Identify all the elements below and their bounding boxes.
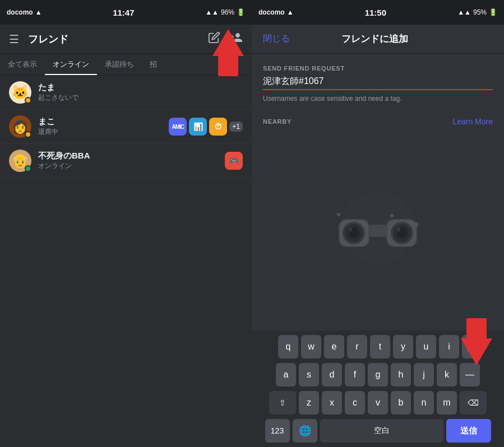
key-y[interactable]: y (393, 335, 413, 358)
friend-info-bba: 不死身のBBA オンライン (38, 151, 218, 171)
battery-level-right: 95% (473, 8, 487, 16)
avatar-wrap-bba: 👴 (9, 150, 31, 172)
plus-badge-mako: +1 (229, 122, 243, 132)
key-h[interactable]: h (391, 363, 411, 387)
key-send[interactable]: 送信 (446, 419, 491, 443)
friend-name-tama: たま (38, 82, 243, 93)
key-x[interactable]: x (322, 391, 342, 415)
key-m[interactable]: m (437, 391, 457, 415)
key-dash[interactable]: — (460, 363, 480, 387)
avatar-wrap-mako: 👩 (9, 115, 31, 138)
illustration-area (252, 131, 504, 331)
friend-item-tama[interactable]: 🐱 たま 起こさないで (0, 76, 252, 110)
time-left: 11:47 (113, 8, 134, 17)
battery-bar-right: 🔋 (489, 8, 497, 16)
friend-status-tama: 起こさないで (38, 93, 243, 103)
key-n[interactable]: n (414, 391, 434, 415)
hint-text: Usernames are case sensitive and need a … (263, 95, 493, 103)
key-u[interactable]: u (416, 335, 436, 358)
game-icon-timer: ⏱ (209, 118, 227, 136)
nearby-label: NEARBY (263, 118, 292, 125)
key-delete[interactable]: ⌫ (460, 391, 487, 415)
red-arrow-up (212, 29, 244, 76)
right-panel: docomo ▲ 11:50 ▲▲ 95% 🔋 閉じる フレンドに追加 SEND… (252, 0, 504, 447)
key-b[interactable]: b (391, 391, 411, 415)
key-c[interactable]: c (345, 391, 365, 415)
key-q[interactable]: q (278, 335, 298, 358)
game-icon-bba: 🎮 (225, 152, 243, 170)
tab-pending[interactable]: 承認待ち (97, 54, 142, 75)
battery-signal-left: ▲▲ (205, 8, 219, 16)
header-right: 閉じる フレンドに追加 (252, 25, 504, 54)
key-a[interactable]: a (276, 363, 296, 387)
carrier-left: docomo ▲ (7, 8, 42, 16)
key-shift[interactable]: ⇧ (269, 391, 296, 415)
friend-item-mako[interactable]: 👩 まこ 退席中 AMIC 📊 ⏱ +1 (0, 110, 252, 144)
keyboard-row-3: ⇧ z x c v b n m ⌫ (254, 391, 502, 415)
svg-point-14 (390, 214, 394, 217)
hamburger-icon[interactable]: ☰ (9, 32, 19, 46)
svg-point-9 (349, 228, 352, 231)
key-d[interactable]: d (322, 363, 342, 387)
left-panel: docomo ▲ 11:47 ▲▲ 96% 🔋 ☰ フレンド (0, 0, 252, 447)
carrier-right: docomo ▲ (258, 8, 294, 16)
key-t[interactable]: t (370, 335, 390, 358)
time-right: 11:50 (365, 8, 386, 17)
svg-point-13 (397, 228, 400, 231)
status-dot-tama (25, 97, 31, 104)
status-dot-bba (25, 165, 31, 172)
status-bar-left: docomo ▲ 11:47 ▲▲ 96% 🔋 (0, 0, 252, 25)
keyboard-area: q w e r t y u i p a s d f g h j k — ⇧ z … (252, 330, 504, 447)
carrier-name-left: docomo (7, 8, 33, 16)
send-friend-section: SEND FRIEND REQUEST Usernames are case s… (252, 54, 504, 108)
tab-online[interactable]: オンライン (45, 54, 97, 75)
keyboard-row-bottom: 123 🌐 空白 送信 (254, 419, 502, 443)
svg-point-16 (337, 213, 340, 216)
friend-games-mako: AMIC 📊 ⏱ +1 (169, 118, 243, 136)
avatar-wrap-tama: 🐱 (9, 81, 31, 104)
learn-more-button[interactable]: Learn More (452, 117, 493, 126)
game-icon-amic: AMIC (169, 118, 187, 136)
battery-signal-right: ▲▲ (457, 8, 471, 16)
battery-right: ▲▲ 95% 🔋 (457, 8, 497, 16)
status-dot-mako (25, 131, 31, 138)
add-friend-title: フレンドに追加 (341, 32, 408, 45)
username-input[interactable] (263, 77, 493, 87)
svg-rect-5 (368, 225, 387, 237)
friend-status-bba: オンライン (38, 161, 218, 171)
key-k[interactable]: k (437, 363, 457, 387)
battery-left: ▲▲ 96% 🔋 (205, 8, 245, 16)
friend-name-bba: 不死身のBBA (38, 151, 218, 161)
battery-bar-left: 🔋 (237, 8, 245, 16)
tab-invite[interactable]: 招 (142, 54, 165, 75)
key-v[interactable]: v (368, 391, 388, 415)
key-s[interactable]: s (299, 363, 319, 387)
binoculars-illustration (327, 191, 428, 269)
key-f[interactable]: f (345, 363, 365, 387)
friend-item-bba[interactable]: 👴 不死身のBBA オンライン 🎮 (0, 144, 252, 178)
key-j[interactable]: j (414, 363, 434, 387)
key-z[interactable]: z (299, 391, 319, 415)
username-input-wrap[interactable] (263, 76, 493, 90)
keyboard-row-2: a s d f g h j k — (254, 363, 502, 387)
key-w[interactable]: w (301, 335, 321, 358)
key-g[interactable]: g (368, 363, 388, 387)
key-r[interactable]: r (347, 335, 367, 358)
key-i[interactable]: i (439, 335, 459, 358)
game-icon-chart: 📊 (189, 118, 207, 136)
friend-info-mako: まこ 退席中 (38, 117, 162, 137)
wifi-icon-left: ▲ (35, 8, 42, 16)
friend-name-mako: まこ (38, 117, 162, 127)
battery-level-left: 96% (221, 8, 234, 16)
send-section-label: SEND FRIEND REQUEST (263, 65, 493, 72)
carrier-name-right: docomo (258, 8, 285, 16)
tab-all[interactable]: 全て表示 (0, 54, 45, 75)
key-123[interactable]: 123 (265, 419, 290, 443)
close-button[interactable]: 閉じる (263, 33, 290, 45)
key-space[interactable]: 空白 (320, 419, 443, 443)
key-e[interactable]: e (324, 335, 344, 358)
friend-list: 🐱 たま 起こさないで 👩 まこ 退席中 AMIC 📊 (0, 76, 252, 447)
key-globe[interactable]: 🌐 (293, 419, 317, 443)
content-right: SEND FRIEND REQUEST Usernames are case s… (252, 54, 504, 330)
status-bar-right: docomo ▲ 11:50 ▲▲ 95% 🔋 (252, 0, 504, 25)
